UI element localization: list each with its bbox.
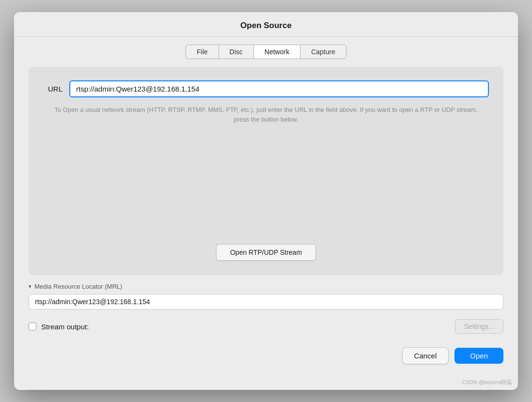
hint-text: To Open a usual network stream (HTTP, RT… bbox=[43, 105, 489, 124]
stream-output-row: Stream output: Settings... bbox=[29, 317, 503, 336]
open-rtp-udp-button[interactable]: Open RTP/UDP Stream bbox=[216, 244, 316, 261]
url-row: URL bbox=[43, 80, 489, 97]
watermark: CSDN @beyond阿磊 bbox=[462, 379, 512, 386]
tab-file[interactable]: File bbox=[186, 45, 219, 59]
dialog-title: Open Source bbox=[240, 21, 292, 30]
url-input[interactable] bbox=[69, 80, 489, 97]
title-bar: Open Source bbox=[14, 12, 518, 37]
mrl-label: Media Resource Locator (MRL) bbox=[34, 283, 122, 290]
open-source-dialog: Open Source File Disc Network Capture UR… bbox=[14, 12, 518, 390]
main-content: URL To Open a usual network stream (HTTP… bbox=[14, 59, 518, 390]
rtp-button-container: Open RTP/UDP Stream bbox=[43, 215, 489, 261]
cancel-button[interactable]: Cancel bbox=[402, 347, 449, 364]
network-panel: URL To Open a usual network stream (HTTP… bbox=[29, 67, 503, 275]
bottom-row: Cancel Open bbox=[29, 343, 503, 370]
mrl-section: ▾ Media Resource Locator (MRL) bbox=[29, 283, 503, 309]
stream-output-label: Stream output: bbox=[41, 323, 89, 331]
settings-button[interactable]: Settings... bbox=[455, 319, 503, 334]
tab-bar: File Disc Network Capture bbox=[14, 37, 518, 59]
stream-output-checkbox[interactable] bbox=[29, 323, 36, 330]
tab-disc[interactable]: Disc bbox=[219, 45, 254, 59]
mrl-header[interactable]: ▾ Media Resource Locator (MRL) bbox=[29, 283, 503, 290]
mrl-chevron-icon: ▾ bbox=[29, 283, 31, 290]
open-button[interactable]: Open bbox=[454, 348, 503, 364]
url-label: URL bbox=[43, 85, 63, 93]
mrl-input[interactable] bbox=[29, 294, 503, 309]
tab-network[interactable]: Network bbox=[254, 45, 300, 59]
tab-capture[interactable]: Capture bbox=[300, 45, 346, 59]
